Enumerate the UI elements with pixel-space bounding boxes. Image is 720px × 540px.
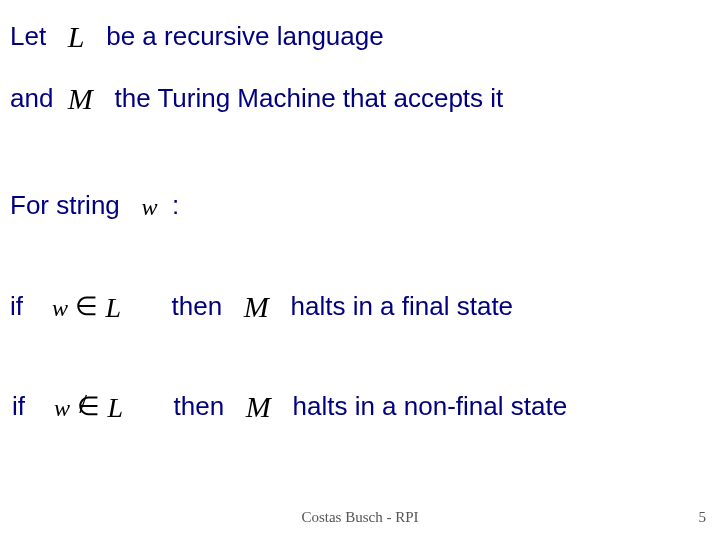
phrase-turing: the Turing Machine that accepts it — [115, 83, 504, 113]
word-then-2: then — [174, 391, 225, 421]
symbol-L-2: L — [107, 392, 123, 423]
symbol-M: M — [68, 82, 93, 115]
word-then-1: then — [172, 291, 223, 321]
phrase-recursive: be a recursive language — [106, 21, 384, 51]
word-if-1: if — [10, 291, 23, 321]
phrase-nonfinal: halts in a non-final state — [293, 391, 568, 421]
phrase-final: halts in a final state — [291, 291, 514, 321]
symbol-L-1: L — [105, 292, 121, 323]
line-for-string: For string w : — [10, 190, 179, 221]
word-let: Let — [10, 21, 46, 51]
symbol-M-2: M — [246, 390, 271, 423]
symbol-w-2: w — [54, 395, 70, 421]
symbol-L: L — [68, 20, 85, 53]
slide: Let L be a recursive language and M the … — [0, 0, 720, 540]
word-and: and — [10, 83, 53, 113]
word-if-2: if — [12, 391, 25, 421]
symbol-w: w — [141, 194, 157, 220]
colon: : — [172, 190, 179, 220]
line-let: Let L be a recursive language — [10, 18, 384, 52]
notin-slash: / — [79, 388, 87, 420]
symbol-M-1: M — [244, 290, 269, 323]
footer-author: Costas Busch - RPI — [0, 509, 720, 526]
line-and: and M the Turing Machine that accepts it — [10, 80, 503, 114]
phrase-for-string: For string — [10, 190, 120, 220]
notin-icon: ∈ / — [77, 391, 100, 422]
in-icon: ∈ — [75, 292, 98, 321]
symbol-w-1: w — [52, 295, 68, 321]
line-if-notin: if w ∈ / L then M halts in a non-final s… — [12, 388, 567, 422]
line-if-in: if w ∈ L then M halts in a final state — [10, 288, 513, 322]
page-number: 5 — [699, 509, 707, 526]
